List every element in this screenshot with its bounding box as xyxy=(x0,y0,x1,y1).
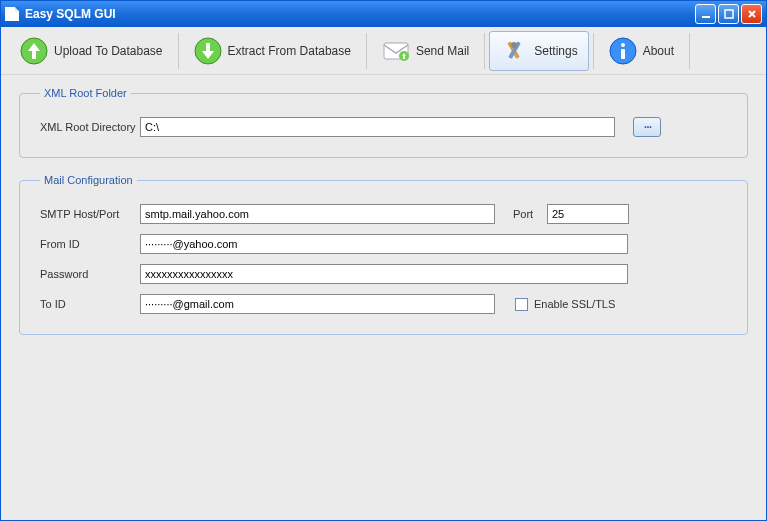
minimize-icon xyxy=(701,9,711,19)
xml-root-label: XML Root Directory xyxy=(40,121,140,133)
extract-button[interactable]: Extract From Database xyxy=(183,31,362,71)
close-button[interactable] xyxy=(741,4,762,24)
separator xyxy=(178,33,179,69)
app-window: Easy SQLM GUI Upload To Database Extract… xyxy=(0,0,767,521)
toolbar: Upload To Database Extract From Database… xyxy=(1,27,766,75)
mail-config-legend: Mail Configuration xyxy=(40,174,137,186)
upload-label: Upload To Database xyxy=(54,44,163,58)
separator xyxy=(593,33,594,69)
mail-config-group: Mail Configuration SMTP Host/Port Port F… xyxy=(19,174,748,335)
app-icon xyxy=(5,7,19,21)
extract-icon xyxy=(194,37,222,65)
port-input[interactable] xyxy=(547,204,629,224)
separator xyxy=(366,33,367,69)
port-label: Port xyxy=(513,208,547,220)
upload-button[interactable]: Upload To Database xyxy=(9,31,174,71)
xml-root-legend: XML Root Folder xyxy=(40,87,131,99)
maximize-button[interactable] xyxy=(718,4,739,24)
password-label: Password xyxy=(40,268,140,280)
mail-icon xyxy=(382,37,410,65)
ssl-checkbox-wrap[interactable]: Enable SSL/TLS xyxy=(515,298,615,311)
svg-rect-13 xyxy=(621,49,625,59)
svg-rect-1 xyxy=(725,10,733,18)
svg-rect-0 xyxy=(702,16,710,18)
sendmail-button[interactable]: Send Mail xyxy=(371,31,480,71)
minimize-button[interactable] xyxy=(695,4,716,24)
ssl-checkbox[interactable] xyxy=(515,298,528,311)
smtp-label: SMTP Host/Port xyxy=(40,208,140,220)
titlebar[interactable]: Easy SQLM GUI xyxy=(1,1,766,27)
password-input[interactable] xyxy=(140,264,628,284)
ssl-label: Enable SSL/TLS xyxy=(534,298,615,310)
close-icon xyxy=(747,9,757,19)
to-label: To ID xyxy=(40,298,140,310)
info-icon xyxy=(609,37,637,65)
xml-root-group: XML Root Folder XML Root Directory ··· xyxy=(19,87,748,158)
svg-point-10 xyxy=(511,42,517,48)
window-title: Easy SQLM GUI xyxy=(25,7,116,21)
settings-label: Settings xyxy=(534,44,577,58)
content-area: XML Root Folder XML Root Directory ··· M… xyxy=(1,75,766,520)
from-input[interactable] xyxy=(140,234,628,254)
about-button[interactable]: About xyxy=(598,31,685,71)
settings-icon xyxy=(500,37,528,65)
upload-icon xyxy=(20,37,48,65)
about-label: About xyxy=(643,44,674,58)
svg-point-12 xyxy=(621,43,625,47)
settings-button[interactable]: Settings xyxy=(489,31,588,71)
from-label: From ID xyxy=(40,238,140,250)
smtp-host-input[interactable] xyxy=(140,204,495,224)
separator xyxy=(484,33,485,69)
xml-root-input[interactable] xyxy=(140,117,615,137)
separator xyxy=(689,33,690,69)
sendmail-label: Send Mail xyxy=(416,44,469,58)
extract-label: Extract From Database xyxy=(228,44,351,58)
browse-button[interactable]: ··· xyxy=(633,117,661,137)
to-input[interactable] xyxy=(140,294,495,314)
maximize-icon xyxy=(724,9,734,19)
